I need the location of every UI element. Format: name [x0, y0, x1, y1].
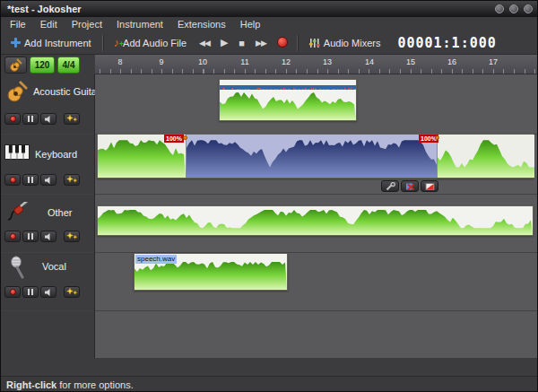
jokosher-window: *test - Jokosher File Edit Project Instr… [0, 0, 538, 392]
guitar-effects-button[interactable] [64, 113, 80, 125]
remove-fade-button[interactable] [401, 180, 419, 192]
fade-icon [425, 182, 435, 191]
lane-separator [95, 310, 538, 311]
record-arm-icon [10, 233, 16, 240]
cable-icon [6, 202, 30, 222]
guitar-record-arm-button[interactable] [4, 113, 21, 125]
record-button[interactable] [273, 35, 292, 51]
vocal-clip[interactable]: speech.wav [134, 253, 288, 291]
selection-wrench-button[interactable] [381, 180, 399, 192]
vocal-solo-button[interactable] [40, 286, 56, 298]
mixer-icon [308, 38, 320, 48]
keyboard-clip[interactable]: 100% 100% [97, 134, 534, 179]
rewind-button[interactable]: ◀◀ [195, 37, 214, 49]
wrench-icon [386, 182, 395, 191]
audio-mixers-button[interactable]: Audio Mixers [302, 34, 387, 52]
speaker-icon [44, 232, 53, 241]
sparkle-icon [66, 287, 78, 297]
keyboard-clip-selected-section[interactable] [186, 135, 438, 178]
menu-project[interactable]: Project [65, 18, 109, 30]
fade-point-left-handle[interactable] [183, 135, 187, 140]
create-fade-button[interactable] [421, 180, 438, 192]
keyboard-icon [4, 144, 30, 160]
clip-title: speech.wav [135, 255, 177, 264]
fade-point-right-handle[interactable] [435, 135, 439, 140]
waveform [438, 136, 534, 178]
menubar: File Edit Project Instrument Extensions … [1, 17, 538, 31]
stop-button[interactable]: ■ [234, 36, 249, 50]
speaker-icon [44, 288, 53, 297]
other-effects-button[interactable] [64, 231, 80, 242]
ruler-tick: 10 [198, 57, 207, 66]
track-name-keyboard[interactable]: Keyboard [35, 149, 77, 160]
mute-icon [28, 116, 33, 122]
guitar-mute-button[interactable] [22, 113, 39, 125]
add-audio-file-button[interactable]: ♪+ Add Audio File [108, 34, 193, 52]
mute-icon [28, 233, 33, 240]
titlebar: *test - Jokosher [1, 1, 538, 17]
waveform [220, 90, 356, 120]
vocal-effects-button[interactable] [64, 286, 80, 298]
track-name-other[interactable]: Other [48, 207, 73, 218]
add-audio-file-label: Add Audio File [123, 38, 187, 48]
track-name-acoustic-guitar[interactable]: Acoustic Guitar [33, 86, 100, 97]
mute-icon [28, 289, 33, 295]
lane-separator [95, 194, 538, 195]
guitar-solo-button[interactable] [40, 113, 56, 125]
menu-instrument[interactable]: Instrument [109, 18, 170, 30]
microphone-icon [8, 256, 28, 279]
menu-edit[interactable]: Edit [33, 18, 65, 30]
sparkle-icon [66, 114, 78, 124]
ruler-tick: 17 [489, 57, 498, 66]
status-hint-text: for more options. [59, 379, 134, 390]
keyboard-effects-button[interactable] [64, 174, 80, 186]
mute-icon [28, 177, 33, 183]
forward-button[interactable]: ▶▶ [251, 37, 271, 49]
vocal-record-arm-button[interactable] [4, 286, 21, 298]
keyboard-solo-button[interactable] [40, 174, 56, 186]
other-record-arm-button[interactable] [4, 231, 21, 242]
clip-title: 1 - Lauer - Openmoko bestellt aus zwei K… [220, 85, 356, 90]
record-arm-icon [10, 289, 16, 295]
transport-controls: ◀◀ ▶ ■ ▶▶ [195, 35, 292, 51]
music-note-icon: ♪+ [114, 38, 120, 48]
ruler-tick: 13 [323, 57, 332, 66]
other-solo-button[interactable] [40, 231, 56, 242]
remove-fade-icon [405, 182, 415, 191]
fade-level-left[interactable]: 100% [164, 135, 184, 143]
bpm-button[interactable]: 120 [30, 57, 55, 74]
ruler-tick: 9 [159, 57, 163, 66]
track-lanes[interactable]: 1 - Lauer - Openmoko bestellt aus zwei K… [95, 74, 538, 358]
ruler-tick: 12 [282, 57, 291, 66]
add-instrument-button[interactable]: Add Instrument [4, 34, 98, 52]
maximize-button[interactable] [509, 4, 518, 13]
minimize-button[interactable] [495, 4, 504, 13]
timeline-ruler[interactable]: 8 9 10 11 12 13 14 15 16 17 [95, 55, 538, 74]
instrument-menu-button[interactable] [4, 57, 27, 74]
close-button[interactable] [524, 4, 533, 13]
track-name-vocal[interactable]: Vocal [42, 261, 66, 272]
vocal-mute-button[interactable] [22, 286, 39, 298]
time-signature-button[interactable]: 4/4 [57, 57, 80, 74]
record-arm-icon [10, 177, 16, 183]
waveform [187, 136, 437, 178]
selection-tools [381, 180, 438, 192]
acoustic-guitar-clip[interactable]: 1 - Lauer - Openmoko bestellt aus zwei K… [219, 79, 357, 121]
keyboard-mute-button[interactable] [22, 174, 39, 186]
status-hint-bold: Right-click [6, 379, 56, 390]
other-mute-button[interactable] [22, 231, 39, 242]
time-display: 00001:1:000 [397, 35, 496, 51]
menu-extensions[interactable]: Extensions [170, 18, 233, 30]
menu-file[interactable]: File [3, 18, 33, 30]
statusbar: Right-click for more options. [1, 376, 538, 392]
ruler-tick: 15 [406, 57, 415, 66]
menu-help[interactable]: Help [233, 18, 268, 30]
bottom-bar: ◂ ▸ [1, 358, 538, 376]
ruler-tick: 16 [447, 57, 456, 66]
add-instrument-label: Add Instrument [24, 38, 91, 48]
track-separator [1, 310, 94, 311]
other-clip[interactable] [97, 205, 534, 236]
keyboard-clip-right-section [438, 135, 534, 178]
play-button[interactable]: ▶ [216, 35, 232, 50]
keyboard-record-arm-button[interactable] [4, 174, 21, 186]
